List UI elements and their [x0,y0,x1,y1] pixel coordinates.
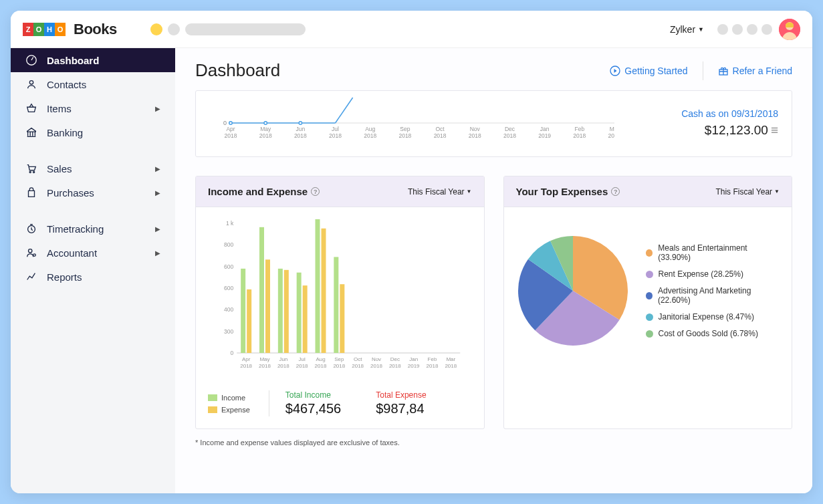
gift-icon [718,66,729,76]
sidebar-item-label: Reports [47,271,82,283]
fiscal-year-selector[interactable]: This Fiscal Year▼ [715,187,780,197]
sidebar-item-contacts[interactable]: Contacts [11,72,175,96]
chart-icon [25,271,37,283]
getting-started-link[interactable]: Getting Started [610,66,687,76]
chevron-down-icon: ▼ [698,26,704,33]
sidebar-item-items[interactable]: Items▶ [11,96,175,120]
top-expenses-pie-chart [516,234,630,348]
sidebar-item-purchases[interactable]: Purchases▶ [11,180,175,205]
sidebar-item-reports[interactable]: Reports [11,265,175,289]
svg-point-5 [33,171,35,172]
svg-text:2018: 2018 [294,132,307,139]
svg-text:Jun: Jun [296,126,306,132]
svg-text:Oct: Oct [435,126,445,132]
legend-expense: Expense [208,406,250,414]
svg-rect-69 [322,229,326,353]
body: DashboardContactsItems▶BankingSales▶Purc… [11,48,812,493]
placeholder-icon[interactable] [717,24,728,35]
sidebar-item-label: Purchases [47,187,94,199]
meter-icon [25,54,37,66]
bag-icon [25,186,37,199]
sidebar: DashboardContactsItems▶BankingSales▶Purc… [11,48,175,493]
logo[interactable]: ZOHO Books [23,21,117,38]
help-icon[interactable]: ? [311,187,320,196]
svg-text:600: 600 [224,263,233,270]
timer-icon [25,223,37,235]
sidebar-item-label: Timetracking [47,223,104,235]
svg-text:2018: 2018 [434,132,447,139]
org-selector[interactable]: Zylker ▼ [670,24,704,35]
pie-legend: Meals and Entertainment (33.90%)Rent Exp… [646,243,780,338]
svg-text:2018: 2018 [296,363,308,369]
svg-text:Mar: Mar [446,356,455,362]
svg-text:Mar: Mar [610,126,614,132]
sidebar-item-label: Banking [47,127,83,138]
svg-line-37 [336,98,353,123]
card-body: 03004006006008001 kApr2018May2018Jun2018… [196,207,484,428]
sidebar-item-accountant[interactable]: Accountant▶ [11,241,175,265]
refer-friend-link[interactable]: Refer a Friend [718,66,792,76]
svg-text:300: 300 [224,328,233,335]
help-icon[interactable]: ? [611,187,620,196]
cards-row: Income and Expense ? This Fiscal Year▼ 0… [195,176,792,429]
svg-text:800: 800 [224,241,233,248]
svg-text:2018: 2018 [315,363,327,369]
svg-rect-64 [297,273,302,353]
svg-text:2018: 2018 [352,363,364,369]
svg-text:Aug: Aug [316,356,325,362]
sidebar-item-sales[interactable]: Sales▶ [11,156,175,180]
chevron-right-icon: ▶ [155,165,160,172]
placeholder-icon[interactable] [747,24,757,35]
refer-label: Refer a Friend [733,66,792,76]
chevron-down-icon: ▼ [467,188,472,195]
total-income-block: Total Income $467,456 [269,390,341,416]
svg-text:2018: 2018 [240,363,252,369]
page-actions: Getting Started Refer a Friend [610,61,792,80]
card-title: Income and Expense ? [208,186,320,197]
card-body: Meals and Entertainment (33.90%)Rent Exp… [504,207,792,374]
svg-text:Apr: Apr [242,356,251,362]
getting-started-label: Getting Started [624,66,687,76]
legend-item: Janitorial Expense (8.47%) [646,312,780,322]
fiscal-year-selector[interactable]: This Fiscal Year▼ [408,187,472,197]
svg-text:2018: 2018 [389,363,401,369]
svg-point-3 [29,81,33,84]
svg-text:2019: 2019 [408,363,420,369]
svg-text:Nov: Nov [372,356,381,362]
legend-item: Rent Expense (28.25%) [646,269,780,279]
svg-text:400: 400 [224,306,233,313]
legend-label: Cost of Goods Sold (6.78%) [659,329,758,338]
svg-text:Jun: Jun [279,356,287,362]
svg-rect-53 [247,289,251,353]
basket-icon [25,102,37,114]
chevron-down-icon: ▼ [774,188,780,195]
legend-swatch [646,292,653,299]
svg-text:2018: 2018 [445,363,457,369]
placeholder-icon[interactable] [761,24,772,35]
total-expense-label: Total Expense [376,390,426,400]
svg-text:2018: 2018 [370,363,382,369]
svg-point-41 [265,122,267,124]
svg-text:Apr: Apr [226,126,235,132]
svg-text:0: 0 [231,350,234,356]
sidebar-item-label: Accountant [47,247,97,259]
user-avatar[interactable] [779,19,800,40]
svg-text:2018: 2018 [259,363,271,369]
sidebar-item-label: Contacts [47,79,86,90]
svg-point-8 [33,254,36,257]
svg-rect-73 [340,284,344,353]
acct-icon [25,247,37,259]
sidebar-item-banking[interactable]: Banking [11,120,175,144]
svg-text:2018: 2018 [259,132,272,139]
sidebar-item-label: Dashboard [47,55,99,66]
income-expense-bar-chart: 03004006006008001 kApr2018May2018Jun2018… [208,219,472,373]
legend-swatch [646,249,653,257]
sidebar-item-dashboard[interactable]: Dashboard [11,48,175,72]
income-expense-card: Income and Expense ? This Fiscal Year▼ 0… [195,176,485,429]
legend-item: Advertising And Marketing (22.60%) [646,286,780,305]
zoho-logo-icon: ZOHO [23,23,66,36]
placeholder-icon[interactable] [732,24,743,35]
sidebar-item-timetracking[interactable]: Timetracking▶ [11,217,175,241]
svg-text:2018: 2018 [329,132,342,139]
svg-text:Dec: Dec [390,356,400,362]
